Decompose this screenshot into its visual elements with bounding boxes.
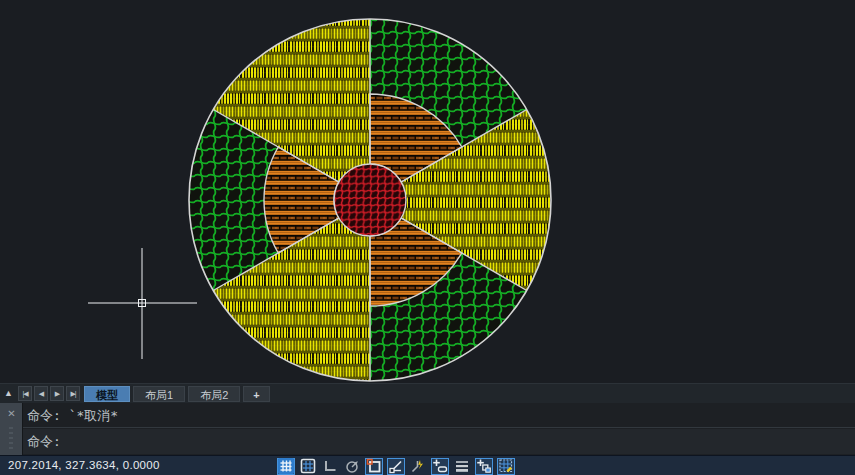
add-layout-button[interactable]: + (243, 386, 269, 402)
last-tab-button[interactable]: ▶| (66, 386, 80, 401)
tab-layout2[interactable]: 布局2 (188, 386, 240, 402)
hatched-wheel-drawing[interactable] (0, 0, 855, 383)
close-icon[interactable]: ✕ (5, 407, 18, 420)
polar-tracking-icon[interactable] (343, 458, 361, 475)
next-tab-button[interactable]: ▶ (50, 386, 64, 401)
crosshair-cursor (88, 248, 197, 359)
ortho-mode-icon[interactable] (321, 458, 339, 475)
quick-properties-icon[interactable] (475, 458, 493, 475)
dynamic-ucs-icon[interactable] (409, 458, 427, 475)
tab-model[interactable]: 模型 (84, 386, 130, 402)
tab-layout1[interactable]: 布局1 (133, 386, 185, 402)
status-bar: 207.2014, 327.3634, 0.0000 (0, 455, 855, 475)
command-history-line: 命令: `*取消* (23, 403, 855, 428)
red-center-circle[interactable] (334, 164, 406, 236)
coordinates-readout: 207.2014, 327.3634, 0.0000 (8, 456, 160, 475)
object-snap-icon[interactable] (365, 458, 383, 475)
lineweight-icon[interactable] (453, 458, 471, 475)
dynamic-input-icon[interactable] (431, 458, 449, 475)
prev-tab-button[interactable]: ◀ (34, 386, 48, 401)
expand-tabs-button[interactable]: ▲ (1, 386, 16, 401)
grip-dots (9, 427, 13, 449)
first-tab-button[interactable]: |◀ (18, 386, 32, 401)
selection-cycling-icon[interactable] (497, 458, 515, 475)
command-window-grip[interactable]: ✕ (0, 403, 23, 455)
command-input-line[interactable]: 命令: (23, 429, 855, 454)
layout-tab-bar: ▲ |◀ ◀ ▶ ▶| 模型 布局1 布局2 + (0, 383, 855, 403)
command-window: ✕ 命令: `*取消* 命令: (0, 403, 855, 455)
cad-application-window: ▲ |◀ ◀ ▶ ▶| 模型 布局1 布局2 + ✕ 命令: `*取消* 命令:… (0, 0, 855, 475)
drawing-canvas[interactable] (0, 0, 855, 383)
snap-mode-icon[interactable] (277, 458, 295, 475)
grid-display-icon[interactable] (299, 458, 317, 475)
object-snap-tracking-icon[interactable] (387, 458, 405, 475)
status-toggle-strip (277, 457, 515, 475)
